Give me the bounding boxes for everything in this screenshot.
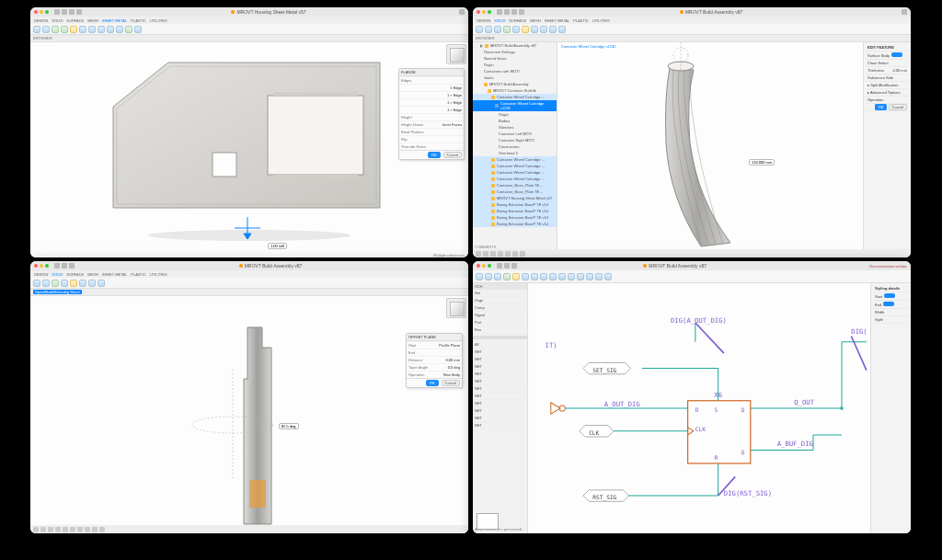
svg-text:RST_SIG: RST_SIG [592, 494, 616, 501]
titlebar: MROVT Housing Sheet Metal v57 [30, 7, 468, 17]
titlebar: MROVT Build Assembly v87 Documentation.s… [473, 261, 911, 270]
zoom-icon[interactable] [488, 10, 491, 14]
ribbon[interactable] [30, 278, 468, 289]
doc-title: MROVT Build Assembly v87 [643, 263, 706, 269]
model-cartridge [473, 42, 911, 254]
scale-badge: 1.00 in/ft [268, 243, 287, 249]
svg-point-38 [840, 406, 843, 409]
left-panel[interactable]: SCH Net Dsgn Comp Signal Port Bus All NE… [473, 283, 528, 533]
schematic-toolbar[interactable] [473, 270, 911, 283]
minimize-icon[interactable] [482, 264, 486, 268]
timeline[interactable] [473, 249, 911, 257]
minimize-icon[interactable] [40, 264, 43, 268]
tab-bar[interactable]: DESIGNSOLIDSURFACE MESHSHEET METALPLASTI… [30, 270, 468, 278]
style-panel[interactable]: Styling details Start End Width Style [870, 283, 911, 533]
schematic-canvas[interactable]: SCH Net Dsgn Comp Signal Port Bus All NE… [473, 283, 911, 533]
svg-text:Q_OUT: Q_OUT [794, 398, 814, 406]
svg-text:Q: Q [741, 406, 744, 413]
offset-plane-panel[interactable]: OFFSET PLANE StartProfile Plane End Dist… [406, 333, 463, 388]
ribbon[interactable] [473, 24, 911, 35]
svg-text:CLK: CLK [589, 429, 599, 436]
model-column [30, 296, 468, 533]
svg-text:R: R [715, 454, 718, 461]
window-q1: MROVT Housing Sheet Metal v57 DESIGNSOLI… [30, 7, 468, 257]
dimension-tag[interactable]: 82.5 deg [279, 423, 299, 429]
dimension-tag[interactable]: 116.000 mm [749, 159, 775, 166]
svg-rect-3 [273, 92, 358, 96]
panel-title: FLANGE [399, 69, 464, 76]
browser-bar[interactable]: BROWSER [473, 35, 911, 42]
svg-rect-4 [273, 175, 358, 178]
svg-text:S: S [715, 406, 718, 413]
minimize-icon[interactable] [40, 10, 43, 14]
window-q3: MROVT Build Assembly v87 DESIGNSOLIDSURF… [30, 261, 468, 533]
tab-bar[interactable]: DESIGNSOLIDSURFACE MESHSHEET METAL PLAST… [30, 17, 468, 24]
svg-text:IT): IT) [546, 341, 557, 349]
browser-bar[interactable]: BROWSER [30, 35, 468, 42]
viewport[interactable]: 1.00 in/ft FLANGE Edges 1 Edge 1 × Edge … [30, 42, 468, 257]
status-text: Multiple references [433, 253, 465, 257]
svg-text:A_OUT_DIG: A_OUT_DIG [604, 400, 640, 408]
svg-text:D: D [695, 406, 699, 413]
ribbon[interactable] [30, 24, 468, 35]
svg-text:CLK: CLK [695, 426, 706, 432]
svg-text:A_BUF_DIG: A_BUF_DIG [777, 440, 813, 448]
browser-bar[interactable]: SpineModelExtrudeg Struct [30, 289, 468, 296]
svg-rect-5 [213, 153, 236, 177]
sheet-thumb[interactable] [477, 513, 499, 530]
window-q4: MROVT Build Assembly v87 Documentation.s… [473, 261, 911, 533]
cancel-button[interactable]: Cancel [889, 104, 907, 110]
zoom-icon[interactable] [488, 264, 491, 268]
panel-title: OFFSET PLANE [407, 334, 462, 341]
svg-text:Q: Q [741, 449, 744, 455]
titlebar: MROVT Build Assembly v87 [473, 7, 911, 17]
minimize-icon[interactable] [482, 10, 486, 14]
close-icon[interactable] [477, 10, 480, 14]
titlebar: MROVT Build Assembly v87 [30, 261, 468, 270]
window-q2: MROVT Build Assembly v87 DESIGNSOLIDSURF… [473, 7, 911, 257]
cancel-button[interactable]: Cancel [442, 380, 460, 386]
svg-text:SET_SIG: SET_SIG [592, 367, 616, 374]
svg-rect-13 [249, 480, 266, 508]
viewport[interactable]: Container Wheel Cartridge v1232 MROVT Bu… [473, 42, 911, 257]
close-icon[interactable] [34, 264, 38, 268]
panel-title: Styling details [873, 285, 909, 292]
panel-title: EDIT FEATURE [866, 44, 909, 51]
svg-rect-2 [268, 96, 363, 175]
svg-text:DIG(: DIG( [851, 327, 867, 336]
close-icon[interactable] [477, 264, 480, 268]
net-list[interactable]: All NET NET NET NET NET NET NET NET NET … [473, 341, 527, 429]
comments-label[interactable]: COMMENTS [475, 245, 496, 249]
schematic-svg: X6 D CLK Q Q S R [528, 283, 870, 533]
doc-title-right: Documentation.schdoc [869, 264, 907, 269]
zoom-icon[interactable] [45, 10, 49, 14]
tab-bar[interactable]: DESIGNSOLIDSURFACE MESHSHEET METALPLASTI… [473, 17, 911, 24]
close-icon[interactable] [34, 10, 38, 14]
doc-title: MROVT Build Assembly v87 [239, 263, 303, 269]
zoom-icon[interactable] [45, 264, 49, 268]
ok-button[interactable]: OK [875, 104, 888, 110]
svg-text:DIG(RST_SIG): DIG(RST_SIG) [724, 489, 772, 497]
svg-text:DIG(A_OUT_DIG): DIG(A_OUT_DIG) [671, 316, 727, 325]
ok-button[interactable]: OK [428, 152, 441, 158]
flange-panel[interactable]: FLANGE Edges 1 Edge 1 × Edge 1 × Edge 1 … [398, 68, 465, 160]
ok-button[interactable]: OK [426, 380, 439, 386]
timeline[interactable] [30, 525, 468, 533]
cancel-button[interactable]: Cancel [443, 152, 462, 158]
doc-title: MROVT Housing Sheet Metal v57 [231, 9, 305, 15]
edit-feature-panel[interactable]: EDIT FEATURE Surface Body Chain Select T… [863, 42, 911, 257]
viewport[interactable]: 82.5 deg OFFSET PLANE StartProfile Plane… [30, 296, 468, 533]
doc-title: MROVT Build Assembly v87 [680, 9, 743, 15]
